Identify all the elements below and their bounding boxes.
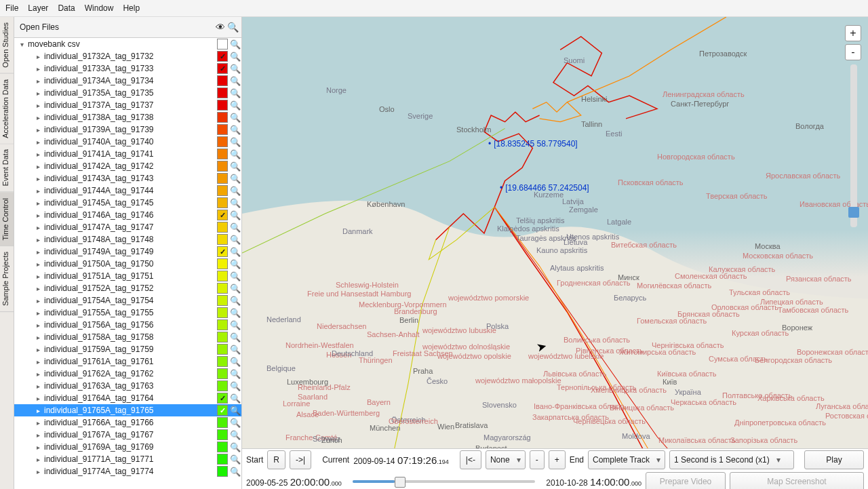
menu-layer[interactable]: Layer — [28, 3, 48, 13]
layer-zoom-icon[interactable]: 🔍 — [229, 149, 241, 159]
layer-row[interactable]: ▸individual_91759A_tag_91759🔍 — [14, 343, 241, 355]
layer-tree[interactable]: ▾movebank csv🔍▸individual_91732A_tag_917… — [14, 38, 241, 489]
layer-row[interactable]: ▸individual_91763A_tag_91763🔍 — [14, 380, 241, 392]
layer-row[interactable]: ▸individual_91743A_tag_91743🔍 — [14, 172, 241, 184]
layer-zoom-icon[interactable]: 🔍 — [229, 320, 241, 330]
zoom-icon[interactable]: 🔍 — [226, 22, 239, 33]
layer-zoom-icon[interactable]: 🔍 — [229, 88, 241, 98]
visibility-icon[interactable]: 👁 — [214, 22, 226, 33]
vtab-event-data[interactable]: Event Data — [0, 144, 14, 192]
layer-zoom-icon[interactable]: 🔍 — [229, 174, 241, 184]
layer-color-checkbox[interactable]: ✓ — [217, 246, 228, 257]
layer-zoom-icon[interactable]: 🔍 — [229, 454, 241, 465]
layer-zoom-icon[interactable]: 🔍 — [229, 369, 241, 379]
layer-color-checkbox[interactable] — [217, 258, 228, 269]
map-canvas[interactable]: NorgeOsloSverigeStockholmSuomiHelsinkiTa… — [242, 17, 868, 489]
layer-row[interactable]: ▸individual_91740A_tag_91740🔍 — [14, 136, 241, 148]
layer-zoom-icon[interactable]: 🔍 — [229, 393, 241, 404]
layer-row[interactable]: ▸individual_91737A_tag_91737🔍 — [14, 99, 241, 111]
tree-root[interactable]: ▾movebank csv🔍 — [14, 38, 241, 50]
time-slider[interactable] — [353, 480, 536, 483]
vtab-sample-projects[interactable]: Sample Projects — [0, 246, 14, 312]
layer-zoom-icon[interactable]: 🔍 — [229, 52, 241, 62]
layer-color-checkbox[interactable] — [217, 454, 228, 465]
layer-row[interactable]: ▸individual_91755A_tag_91755🔍 — [14, 307, 241, 319]
prepare-video-button[interactable]: Prepare Video — [646, 472, 726, 489]
layer-zoom-icon[interactable]: 🔍 — [229, 64, 241, 74]
layer-color-checkbox[interactable] — [217, 75, 228, 86]
layer-row[interactable]: ▸individual_91747A_tag_91747🔍 — [14, 221, 241, 233]
menu-data[interactable]: Data — [58, 3, 75, 13]
step-forward-button[interactable]: ->| — [290, 450, 311, 469]
layer-color-checkbox[interactable] — [217, 368, 228, 379]
layer-color-checkbox[interactable] — [217, 136, 228, 147]
layer-zoom-icon[interactable]: 🔍 — [229, 467, 241, 477]
layer-color-checkbox[interactable] — [217, 332, 228, 343]
layer-row[interactable]: ▸individual_91758A_tag_91758🔍 — [14, 331, 241, 343]
layer-row[interactable]: ▸individual_91771A_tag_91771🔍 — [14, 453, 241, 465]
layer-color-checkbox[interactable] — [217, 234, 228, 245]
layer-color-checkbox[interactable] — [217, 197, 228, 208]
layer-color-checkbox[interactable] — [217, 100, 228, 111]
layer-color-checkbox[interactable] — [217, 380, 228, 391]
layer-zoom-icon[interactable]: 🔍 — [229, 430, 241, 440]
layer-color-checkbox[interactable] — [217, 149, 228, 159]
layer-color-checkbox[interactable] — [217, 173, 228, 184]
plus-button[interactable]: + — [549, 450, 566, 469]
track-select[interactable]: Complete Track — [588, 450, 665, 469]
layer-color-checkbox[interactable] — [217, 417, 228, 428]
layer-row[interactable]: ▸individual_91738A_tag_91738🔍 — [14, 111, 241, 123]
layer-row[interactable]: ▸individual_91735A_tag_91735🔍 — [14, 87, 241, 99]
layer-zoom-icon[interactable]: 🔍 — [229, 442, 241, 452]
layer-row[interactable]: ▸individual_91741A_tag_91741🔍 — [14, 148, 241, 160]
layer-zoom-icon[interactable]: 🔍 — [229, 271, 241, 281]
layer-zoom-icon[interactable]: 🔍 — [229, 357, 241, 367]
layer-color-checkbox[interactable]: ✓ — [217, 210, 228, 220]
layer-color-checkbox[interactable] — [217, 442, 228, 452]
layer-zoom-icon[interactable]: 🔍 — [229, 161, 241, 172]
layer-zoom-icon[interactable]: 🔍 — [229, 186, 241, 196]
layer-color-checkbox[interactable] — [217, 319, 228, 330]
layer-zoom-icon[interactable]: 🔍 — [229, 332, 241, 343]
layer-color-checkbox[interactable] — [217, 87, 228, 98]
layer-zoom-icon[interactable]: 🔍 — [229, 259, 241, 269]
layer-zoom-icon[interactable]: 🔍 — [229, 222, 241, 233]
rewind-button[interactable]: |<- — [460, 450, 481, 469]
layer-zoom-icon[interactable]: 🔍 — [229, 308, 241, 318]
layer-color-checkbox[interactable] — [217, 271, 228, 281]
layer-row[interactable]: ▸individual_91744A_tag_91744🔍 — [14, 184, 241, 197]
layer-zoom-icon[interactable]: 🔍 — [229, 76, 241, 86]
layer-row[interactable]: ▸individual_91733A_tag_91733✓🔍 — [14, 62, 241, 75]
layer-row[interactable]: ▸individual_91769A_tag_91769🔍 — [14, 441, 241, 453]
layer-zoom-icon[interactable]: 🔍 — [229, 113, 241, 123]
layer-row[interactable]: ▸individual_91762A_tag_91762🔍 — [14, 368, 241, 380]
menu-file[interactable]: File — [5, 3, 18, 13]
layer-color-checkbox[interactable] — [217, 344, 228, 355]
layer-color-checkbox[interactable] — [217, 222, 228, 233]
layer-color-checkbox[interactable]: ✓ — [217, 63, 228, 74]
layer-zoom-icon[interactable]: 🔍 — [229, 210, 241, 220]
minus-button[interactable]: - — [530, 450, 545, 469]
layer-row[interactable]: ▸individual_91732A_tag_91732✓🔍 — [14, 50, 241, 62]
layer-zoom-icon[interactable]: 🔍 — [229, 345, 241, 355]
layer-zoom-icon[interactable]: 🔍 — [229, 247, 241, 257]
layer-zoom-icon[interactable]: 🔍 — [229, 100, 241, 111]
zoom-out-button[interactable]: - — [845, 44, 861, 60]
layer-row[interactable]: ▸individual_91749A_tag_91749✓🔍 — [14, 246, 241, 258]
step-select[interactable]: None — [486, 450, 526, 469]
vtab-open-studies[interactable]: Open Studies — [0, 17, 14, 74]
play-button[interactable]: Play — [804, 450, 864, 469]
layer-color-checkbox[interactable] — [217, 283, 228, 294]
zoom-slider[interactable] — [850, 64, 857, 227]
layer-row[interactable]: ▸individual_91766A_tag_91766🔍 — [14, 416, 241, 429]
layer-row[interactable]: ▸individual_91734A_tag_91734🔍 — [14, 75, 241, 87]
layer-color-checkbox[interactable]: ✓ — [217, 51, 228, 62]
layer-zoom-icon[interactable]: 🔍 — [229, 283, 241, 294]
menu-window[interactable]: Window — [85, 3, 114, 13]
layer-row[interactable]: ▸individual_91774A_tag_91774🔍 — [14, 465, 241, 477]
menu-bar[interactable]: FileLayerDataWindowHelp — [0, 0, 868, 17]
zoom-in-button[interactable]: + — [845, 25, 861, 41]
layer-zoom-icon[interactable]: 🔍 — [229, 406, 241, 416]
layer-zoom-icon[interactable]: 🔍 — [229, 137, 241, 147]
layer-color-checkbox[interactable] — [217, 112, 228, 123]
